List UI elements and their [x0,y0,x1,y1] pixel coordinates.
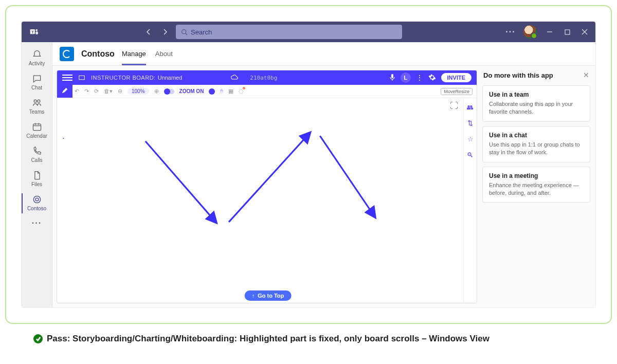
zoom-label: ZOOM ON [179,88,204,94]
side-panel: Do more with this app ✕ Use in a team Co… [482,70,590,303]
result-caption: Pass: Storyboarding/Charting/Whiteboardi… [33,333,584,345]
svg-point-11 [37,100,40,102]
contoso-app-icon [60,47,74,61]
zoom-in-icon[interactable]: ⊕ [154,88,159,95]
search-panel-icon[interactable]: 🔍︎ [467,151,474,159]
user-avatar[interactable] [523,25,537,39]
pan-icon[interactable]: ✋︎ [220,88,223,95]
text-tool-icon[interactable]: T» [60,99,69,107]
card-title: Use in a team [489,91,584,98]
participant-avatar[interactable]: L [401,72,411,83]
suggestion-card-chat[interactable]: Use in a chat Use this app in 1:1 or gro… [482,126,590,162]
pass-check-icon [33,334,43,343]
mic-icon[interactable] [389,74,395,82]
maximize-icon[interactable] [562,27,572,37]
redo-icon[interactable]: ↷ [84,88,89,95]
trash-icon[interactable]: 🗑︎▾ [104,88,113,95]
svg-point-4 [182,29,186,33]
zoom-percent[interactable]: 100% [128,88,149,95]
controls-icon[interactable]: ⇅ [467,119,473,127]
eraser-tool-icon[interactable] [60,112,69,118]
pen-tool-icon[interactable] [60,87,69,94]
rail-files[interactable]: Files [22,167,52,191]
svg-rect-21 [63,138,64,139]
rail-label: Teams [22,109,52,115]
whiteboard-right-rail: 👥︎ ⇅ ☆ 🔍︎ [463,98,477,303]
svg-line-27 [229,133,310,222]
board-tag: INSTRUCTOR BOARD: [91,75,156,81]
move-resize-button[interactable]: MoveResize [441,88,473,95]
cloud-icon[interactable] [230,74,239,81]
star-icon[interactable]: ☆ [467,135,474,143]
people-icon[interactable]: 👥︎ [467,103,474,111]
shape-tool-icon[interactable] [60,123,69,131]
app-rail: Activity Chat Teams Calendar Calls [22,42,52,307]
arrow-up-icon: ↑ [252,293,255,299]
svg-rect-22 [62,149,68,152]
hand-tool-icon[interactable] [60,195,69,202]
go-to-top-button[interactable]: ↑ Go to Top [245,290,292,301]
close-icon[interactable] [580,27,589,37]
rail-calls[interactable]: Calls [22,143,52,167]
rail-label: Contoso [22,206,52,211]
select-tool-icon[interactable] [60,158,69,165]
zoom-out-icon[interactable]: ⊖ [118,88,122,95]
tab-manage[interactable]: Manage [122,42,146,65]
svg-line-5 [186,33,187,34]
rail-contoso[interactable]: Contoso [22,191,52,215]
invite-button[interactable]: INVITE [441,73,471,82]
rail-label: Calls [22,157,52,163]
rail-label: Activity [22,61,52,66]
nav-arrows [47,27,176,37]
zoom-toggle[interactable] [164,89,174,94]
close-panel-icon[interactable]: ✕ [583,71,589,79]
minimize-icon[interactable] [545,27,554,37]
rail-activity[interactable]: Activity [22,46,52,70]
nav-back-icon[interactable] [144,27,153,37]
grid-icon[interactable]: ▦ [228,88,233,95]
rail-calendar[interactable]: Calendar [22,119,52,143]
board-name[interactable]: Unnamed [158,75,183,81]
svg-text:T: T [31,30,34,34]
refresh-icon[interactable]: ⟳ [94,88,99,95]
card-desc: Enhance the meeting experience — before,… [489,181,584,197]
card-title: Use in a chat [489,132,584,139]
search-icon [181,29,188,35]
rail-chat[interactable]: Chat [22,70,52,95]
move-tool-icon[interactable] [60,170,69,177]
card-desc: Use this app in 1:1 or group chats to st… [489,141,584,157]
menu-icon[interactable] [62,75,72,81]
svg-rect-7 [565,30,570,34]
svg-line-28 [320,136,374,216]
search-box[interactable]: Search [176,25,402,39]
svg-rect-12 [33,124,41,131]
svg-point-24 [62,184,68,188]
notification-icon[interactable]: ◌ [239,88,244,95]
board-code: 210at0bg [250,75,277,81]
undo-icon[interactable]: ↶ [75,88,79,95]
more-icon[interactable]: ··· [506,27,515,37]
color-dot-icon[interactable] [209,88,215,95]
card-desc: Collaborate using this app in your favor… [489,100,584,116]
svg-point-16 [33,196,40,203]
teams-logo-icon: T [22,27,47,37]
canvas-drawing [72,98,463,303]
card-title: Use in a meeting [489,172,584,179]
kebab-icon[interactable]: ⋮ [416,74,423,81]
gear-icon[interactable] [428,74,436,82]
suggestion-card-team[interactable]: Use in a team Collaborate using this app… [482,85,590,122]
whiteboard-canvas[interactable]: ⛶ ↑ [72,98,463,303]
rail-label: Chat [22,85,52,90]
rail-more-icon[interactable]: ··· [32,219,42,228]
rail-teams[interactable]: Teams [22,95,52,119]
side-panel-title: Do more with this app [483,71,553,79]
suggestion-card-meeting[interactable]: Use in a meeting Enhance the meeting exp… [482,167,590,203]
board-icon [79,75,85,81]
search-placeholder: Search [191,28,212,36]
lasso-tool-icon[interactable] [60,183,69,190]
image-tool-icon[interactable] [60,136,69,142]
title-bar: T Search ··· [22,22,595,42]
toolbox-icon[interactable] [60,147,69,153]
tab-about[interactable]: About [155,42,173,65]
nav-forward-icon[interactable] [160,27,170,37]
